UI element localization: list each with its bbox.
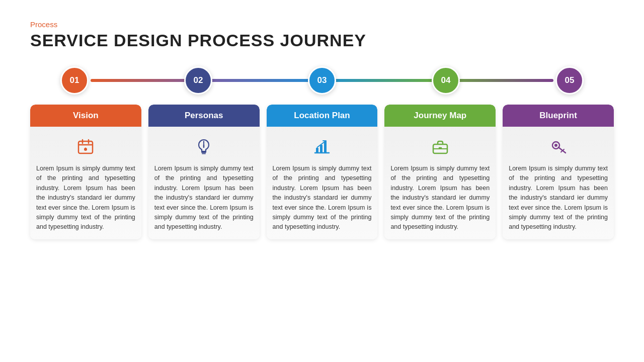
page-title: SERVICE DESIGN PROCESS JOURNEY: [30, 31, 614, 50]
svg-rect-11: [320, 145, 323, 153]
timeline-nodes: 01 02 03 04 05: [60, 65, 584, 96]
key-icon: [549, 136, 568, 158]
card-journey-body: Lorem Ipsum is simply dummy text of the …: [384, 127, 496, 239]
card-blueprint-text: Lorem Ipsum is simply dummy text of the …: [509, 164, 608, 232]
chart-icon: [313, 136, 331, 158]
card-personas-header: Personas: [148, 105, 260, 127]
svg-line-17: [558, 147, 566, 153]
card-personas: Personas Lorem Ipsum is simply dummy tex…: [148, 105, 260, 239]
card-blueprint-body: Lorem Ipsum is simply dummy text of the …: [503, 127, 614, 239]
card-journey-header: Journey Map: [384, 105, 496, 127]
timeline: 01 02 03 04 05: [60, 65, 584, 96]
slide: Process SERVICE DESIGN PROCESS JOURNEY 0…: [0, 0, 644, 362]
card-location-header: Location Plan: [267, 105, 378, 127]
card-vision-header: Vision: [30, 105, 141, 127]
svg-line-19: [561, 151, 562, 152]
svg-rect-10: [316, 148, 318, 153]
card-location-text: Lorem Ipsum is simply dummy text of the …: [273, 164, 372, 232]
timeline-node-5: 05: [555, 66, 584, 95]
timeline-node-4: 04: [432, 66, 460, 95]
card-personas-body: Lorem Ipsum is simply dummy text of the …: [148, 127, 260, 239]
timeline-node-1: 01: [60, 66, 89, 95]
card-vision: Vision Lorem Ipsum is simply dummy text …: [30, 105, 141, 239]
card-journey-text: Lorem Ipsum is simply dummy text of the …: [390, 164, 490, 232]
card-personas-text: Lorem Ipsum is simply dummy text of the …: [154, 164, 254, 232]
briefcase-icon: [431, 136, 449, 158]
card-vision-body: Lorem Ipsum is simply dummy text of the …: [30, 127, 141, 239]
lightbulb-icon: [195, 136, 213, 158]
calendar-icon: [76, 136, 95, 158]
svg-point-20: [554, 144, 557, 147]
card-location-plan: Location Plan Lorem Ipsum is simply dumm…: [267, 105, 378, 239]
card-blueprint-header: Blueprint: [503, 105, 614, 127]
card-location-body: Lorem Ipsum is simply dummy text of the …: [267, 127, 378, 239]
cards-section: Vision Lorem Ipsum is simply dummy text …: [30, 105, 614, 239]
process-label: Process: [30, 20, 614, 29]
timeline-node-3: 03: [308, 66, 336, 95]
card-blueprint: Blueprint Lorem Ipsum is simply dummy te…: [503, 105, 614, 239]
card-journey-map: Journey Map Lorem Ipsum is simply dummy …: [384, 105, 496, 239]
card-vision-text: Lorem Ipsum is simply dummy text of the …: [36, 164, 135, 232]
timeline-node-2: 02: [184, 66, 212, 95]
